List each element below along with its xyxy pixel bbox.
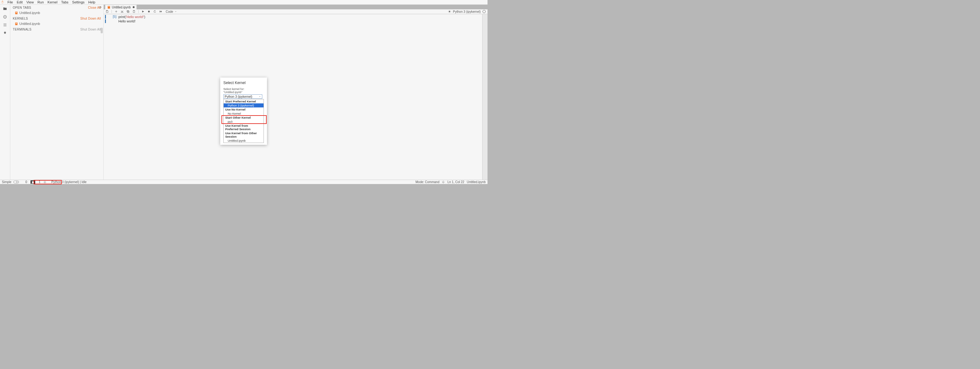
status-cursor: Ln 1, Col 22 <box>447 180 464 184</box>
kernel-select[interactable]: Python 3 (ipykernel) <box>223 94 262 99</box>
svg-rect-10 <box>108 6 110 6</box>
svg-rect-15 <box>127 11 129 12</box>
document-area: Untitled.ipynb Code <box>104 5 487 180</box>
cell-code[interactable]: print('Hello world!') <box>118 15 145 19</box>
toc-icon[interactable] <box>3 23 7 27</box>
status-bar: Simple 0 ▣ 1 Python 3 (ipykernel) | Idle… <box>0 180 487 184</box>
shutdown-all-kernels-button[interactable]: Shut Down All <box>80 17 101 20</box>
menu-settings[interactable]: Settings <box>70 0 87 4</box>
svg-rect-7 <box>16 23 17 23</box>
simple-mode-toggle[interactable] <box>13 181 19 183</box>
menu-view[interactable]: View <box>25 0 36 4</box>
opt-nokernel[interactable]: No Kernel <box>224 111 264 116</box>
dialog-title: Select Kernel <box>223 81 264 85</box>
running-icon[interactable] <box>3 14 7 19</box>
opt-group-other: Start Other Kernel <box>224 116 264 119</box>
opt-group-other-session: Use Kernel from Other Session <box>224 131 264 138</box>
svg-rect-18 <box>148 11 150 13</box>
panel-scrollbar[interactable] <box>100 28 103 33</box>
svg-point-20 <box>44 181 45 183</box>
tab-bar: Untitled.ipynb <box>104 5 487 10</box>
menubar: File Edit View Run Kernel Tabs Settings … <box>0 0 487 5</box>
status-one[interactable]: 1 <box>38 180 41 184</box>
restart-icon[interactable] <box>153 10 156 13</box>
open-tab-label: Untitled.ipynb <box>19 11 40 14</box>
menu-help[interactable]: Help <box>86 0 97 4</box>
panel-close-icon[interactable]: ⟳ <box>99 6 102 9</box>
output-gutter <box>105 19 106 23</box>
code-cell[interactable]: [5]: print('Hello world!') <box>104 14 487 19</box>
copy-icon[interactable] <box>126 10 130 13</box>
folder-icon[interactable] <box>3 6 7 11</box>
cut-icon[interactable] <box>121 10 124 13</box>
opt-group-preferred: Start Preferred Kernel <box>224 99 264 103</box>
run-icon[interactable] <box>142 10 145 13</box>
separator <box>111 10 112 13</box>
svg-rect-11 <box>107 10 107 11</box>
opt-python3[interactable]: Python 3 (ipykernel) <box>224 103 264 107</box>
cell-output: Hello world! <box>118 19 135 23</box>
notebook-icon <box>107 6 111 9</box>
status-panes-icon[interactable]: ▣ <box>30 180 35 184</box>
kernel-item[interactable]: Untitled.ipynb <box>10 21 103 26</box>
kernel-indicator[interactable]: Python 3 (ipykernel) <box>453 10 480 13</box>
svg-rect-16 <box>133 11 135 13</box>
opt-untitled[interactable]: Untitled.ipynb <box>224 138 264 143</box>
bell-icon[interactable] <box>442 181 445 184</box>
chevron-down-icon <box>259 95 261 98</box>
run-all-icon[interactable] <box>159 10 162 13</box>
menu-edit[interactable]: Edit <box>15 0 25 4</box>
notebook-icon <box>14 11 18 14</box>
menu-kernel[interactable]: Kernel <box>46 0 59 4</box>
activity-bar <box>0 5 10 180</box>
output-cell: Hello world! <box>104 19 487 24</box>
svg-rect-2 <box>5 16 5 17</box>
kernel-item-label: Untitled.ipynb <box>19 22 40 25</box>
dirty-indicator-icon <box>133 6 135 8</box>
svg-rect-14 <box>127 11 129 13</box>
status-mode: Mode: Command <box>415 180 439 184</box>
save-icon[interactable] <box>106 10 109 13</box>
extensions-icon[interactable] <box>3 31 7 35</box>
file-tab-label: Untitled.ipynb <box>112 6 131 9</box>
status-zero[interactable]: 0 <box>25 180 29 184</box>
menu-tabs[interactable]: Tabs <box>59 0 70 4</box>
cell-type-select[interactable]: Code <box>165 10 178 13</box>
debugger-icon[interactable] <box>448 10 451 13</box>
notebook-icon <box>14 22 18 25</box>
notebook-body: [5]: print('Hello world!') Hello world! <box>104 14 487 180</box>
gear-icon[interactable] <box>43 181 46 184</box>
kernel-option-list: Start Preferred Kernel Python 3 (ipykern… <box>223 99 264 143</box>
add-cell-icon[interactable] <box>115 10 118 13</box>
stop-icon[interactable] <box>147 10 150 13</box>
kernels-title: KERNELS <box>13 17 28 20</box>
paste-icon[interactable] <box>132 10 135 13</box>
simple-mode-label: Simple <box>2 180 11 184</box>
kernel-status-icon[interactable] <box>482 10 486 13</box>
status-file: Untitled.ipynb <box>467 180 486 184</box>
notebook-scrollbar[interactable] <box>482 14 487 180</box>
svg-rect-8 <box>16 23 17 24</box>
shutdown-all-terminals-button[interactable]: Shut Down All <box>80 28 101 31</box>
menu-file[interactable]: File <box>6 0 15 4</box>
opt-py3[interactable]: py3 <box>224 119 264 124</box>
dialog-subtitle: Select kernel for: "Untitled.ipynb" <box>223 87 264 94</box>
open-tab-item[interactable]: Untitled.ipynb <box>10 11 103 15</box>
menu-run[interactable]: Run <box>35 0 46 4</box>
cell-type-label: Code <box>166 10 173 13</box>
jupyter-logo-icon <box>1 0 4 4</box>
opt-group-nokernel: Use No Kernel <box>224 107 264 111</box>
svg-rect-17 <box>134 10 135 11</box>
svg-rect-5 <box>16 13 17 13</box>
svg-rect-9 <box>108 6 110 8</box>
open-tabs-header: OPEN TABS Close All <box>10 5 103 11</box>
cell-gutter <box>105 15 106 19</box>
svg-point-19 <box>449 11 450 12</box>
chevron-down-icon <box>175 10 177 13</box>
file-tab[interactable]: Untitled.ipynb <box>105 5 137 10</box>
status-kernel[interactable]: Python 3 (ipykernel) | Idle <box>51 180 87 184</box>
output-prompt <box>107 19 118 23</box>
kernel-select-value: Python 3 (ipykernel) <box>224 95 252 99</box>
opt-group-pref-session: Use Kernel from Preferred Session <box>224 124 264 131</box>
side-panel: ⟳ OPEN TABS Close All Untitled.ipynb KER… <box>10 5 104 180</box>
